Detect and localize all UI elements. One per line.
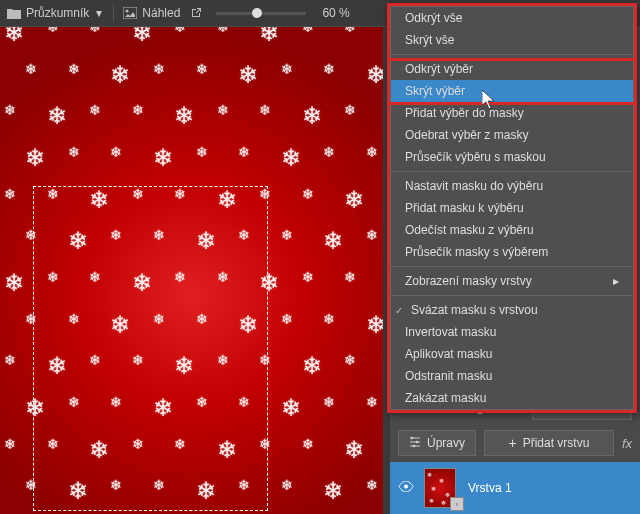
- menu-item: Invertovat masku: [391, 321, 633, 343]
- menu-item[interactable]: Průsečík výběru s maskou: [391, 146, 633, 168]
- preview-label[interactable]: Náhled: [142, 6, 180, 20]
- divider: [113, 5, 114, 21]
- explorer-label[interactable]: Průzkumník: [26, 6, 89, 20]
- add-layer-button[interactable]: + Přidat vrstvu: [484, 430, 614, 456]
- plus-icon: +: [509, 435, 517, 451]
- snowflakes: ❄❄❄❄❄❄❄❄❄❄❄❄❄❄❄❄❄❄❄❄❄❄❄❄❄❄❄❄❄❄❄❄❄❄❄❄❄❄❄❄…: [0, 27, 383, 514]
- svg-point-6: [411, 436, 414, 439]
- menu-item: Odstranit masku: [391, 365, 633, 387]
- menu-item: ✓Svázat masku s vrstvou: [391, 299, 633, 321]
- menu-item[interactable]: Odkrýt výběr: [391, 58, 633, 80]
- layer-actions: Úpravy + Přidat vrstvu fx: [390, 424, 640, 462]
- menu-item[interactable]: Odebrat výběr z masky: [391, 124, 633, 146]
- svg-point-7: [416, 440, 419, 443]
- zoom-value[interactable]: 60 %: [322, 6, 349, 20]
- layer-name[interactable]: Vrstva 1: [468, 481, 512, 495]
- context-menu: Odkrýt všeSkrýt všeOdkrýt výběrSkrýt výb…: [387, 3, 637, 413]
- zoom-slider-knob[interactable]: [252, 8, 262, 18]
- menu-item: Odečíst masku z výběru: [391, 219, 633, 241]
- menu-item[interactable]: Odkrýt vše: [391, 7, 633, 29]
- menu-item[interactable]: Přidat výběr do masky: [391, 102, 633, 124]
- zoom-slider[interactable]: [216, 12, 306, 15]
- menu-item[interactable]: Zobrazení masky vrstvy▸: [391, 270, 633, 292]
- layer-thumbnail[interactable]: ❄❄❄❄❄❄ ▫: [424, 468, 460, 508]
- canvas-area: ❄❄❄❄❄❄❄❄❄❄❄❄❄❄❄❄❄❄❄❄❄❄❄❄❄❄❄❄❄❄❄❄❄❄❄❄❄❄❄❄…: [0, 27, 390, 514]
- menu-item[interactable]: Skrýt vše: [391, 29, 633, 51]
- menu-item: Průsečík masky s výběrem: [391, 241, 633, 263]
- external-link-icon[interactable]: [188, 5, 204, 21]
- folder-icon: [6, 5, 22, 21]
- fx-button[interactable]: fx: [622, 436, 632, 451]
- menu-item[interactable]: Skrýt výběr: [391, 80, 633, 102]
- svg-point-9: [404, 485, 408, 489]
- svg-rect-0: [123, 7, 137, 19]
- menu-item: Aplikovat masku: [391, 343, 633, 365]
- svg-point-1: [126, 10, 129, 13]
- svg-point-8: [413, 444, 416, 447]
- image-icon: [122, 5, 138, 21]
- menu-item: Zakázat masku: [391, 387, 633, 409]
- menu-item: Přidat masku k výběru: [391, 197, 633, 219]
- visibility-icon[interactable]: [398, 481, 416, 495]
- sliders-icon: [409, 436, 421, 451]
- menu-item: Nastavit masku do výběru: [391, 175, 633, 197]
- canvas[interactable]: ❄❄❄❄❄❄❄❄❄❄❄❄❄❄❄❄❄❄❄❄❄❄❄❄❄❄❄❄❄❄❄❄❄❄❄❄❄❄❄❄…: [0, 27, 383, 514]
- layer-row[interactable]: ❄❄❄❄❄❄ ▫ Vrstva 1: [390, 462, 640, 514]
- chevron-down-icon[interactable]: ▾: [93, 6, 105, 20]
- adjustments-button[interactable]: Úpravy: [398, 430, 476, 456]
- layer-type-badge: ▫: [450, 497, 464, 511]
